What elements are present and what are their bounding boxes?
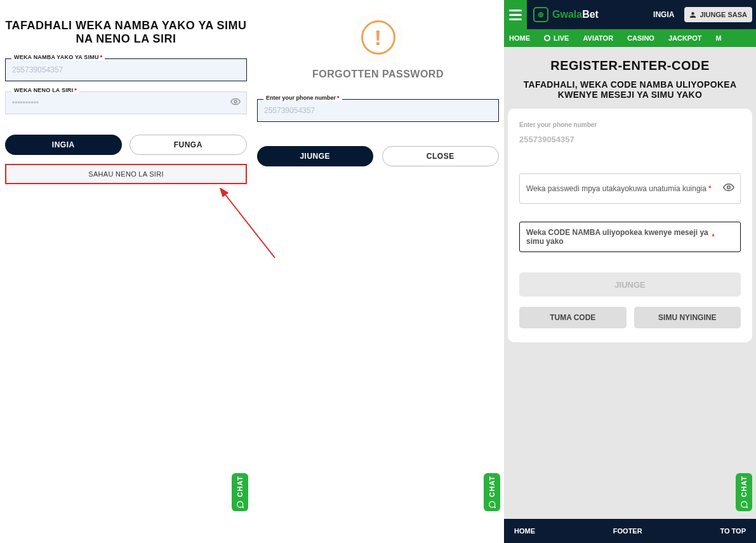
eye-icon[interactable] [230, 97, 241, 109]
nav-more[interactable]: M [715, 34, 721, 42]
brand-bet: Bet [582, 9, 599, 20]
nav-live-label: LIVE [554, 34, 569, 42]
live-dot-icon [544, 35, 550, 41]
chat-label: CHAT [740, 476, 748, 497]
new-password-placeholder: Weka passwedi mpya utakayokuwa unatumia … [526, 184, 706, 193]
app-header: ⊕ GwalaBet INGIA JIUNGE SASA [504, 0, 756, 29]
chat-label: CHAT [236, 476, 244, 497]
required-asterisk: * [337, 95, 340, 101]
forgot-password-title: FORGOTTEN PASSWORD [257, 69, 499, 80]
footer-footer[interactable]: FOOTER [613, 527, 642, 535]
nav-home[interactable]: HOME [509, 34, 530, 42]
header-login-link[interactable]: INGIA [653, 10, 674, 19]
phone-field-label: WEKA NAMBA YAKO YA SIMU* [11, 54, 105, 60]
send-code-button[interactable]: TUMA CODE [519, 307, 627, 328]
forgot-button-row: JIUNGE CLOSE [257, 146, 499, 166]
password-field-label: WEKA NENO LA SIRI* [11, 87, 79, 93]
required-asterisk: * [708, 184, 712, 193]
password-label-text: WEKA NENO LA SIRI [14, 87, 73, 93]
menu-button[interactable] [504, 0, 527, 29]
brand-logo-wrap[interactable]: ⊕ GwalaBet [533, 7, 599, 22]
chat-icon [236, 500, 244, 509]
warning-icon: ! [361, 20, 395, 55]
required-asterisk: * [100, 54, 103, 60]
nav-aviator[interactable]: AVIATOR [583, 34, 613, 42]
chat-button[interactable]: CHAT [484, 473, 500, 511]
svg-point-0 [234, 100, 237, 103]
new-password-field: Weka passwedi mpya utakayokuwa unatumia … [519, 173, 741, 204]
chat-icon [740, 500, 748, 509]
user-icon [689, 11, 696, 18]
register-subtitle: TAFADHALI, WEKA CODE NAMBA ULIYOPOKEA KW… [507, 79, 753, 100]
register-body: REGISTER-ENTER-CODE TAFADHALI, WEKA CODE… [504, 47, 756, 519]
nav-jackpot[interactable]: JACKPOT [668, 34, 702, 42]
login-button-row: INGIA FUNGA [5, 135, 247, 155]
phone-label-text: Enter your phone number [266, 95, 336, 101]
new-password-input[interactable]: Weka passwedi mpya utakayokuwa unatumia … [519, 173, 741, 204]
code-placeholder: Weka CODE NAMBA uliyopokea kwenye meseji… [526, 228, 710, 246]
password-input[interactable] [5, 91, 247, 114]
phone-value: 255739054357 [519, 131, 741, 156]
brand-mark-icon: ⊕ [533, 7, 548, 22]
bottom-nav: HOME FOOTER TO TOP [504, 519, 756, 543]
register-join-button[interactable]: JIUNGE [519, 272, 741, 297]
phone-field-label: Enter your phone number* [263, 95, 342, 101]
code-field: Weka CODE NAMBA uliyopokea kwenye meseji… [519, 222, 741, 252]
close-button[interactable]: FUNGA [129, 135, 248, 155]
required-asterisk: * [712, 232, 715, 241]
another-phone-button[interactable]: SIMU NYINGINE [634, 307, 741, 328]
footer-to-top[interactable]: TO TOP [720, 527, 746, 535]
nav-live[interactable]: LIVE [544, 34, 569, 42]
phone-label: Enter your phone number [519, 121, 741, 128]
footer-home[interactable]: HOME [514, 527, 535, 535]
phone-input[interactable] [5, 58, 247, 81]
svg-point-2 [727, 186, 731, 189]
login-title: TAFADHALI WEKA NAMBA YAKO YA SIMU NA NEN… [5, 19, 247, 46]
chat-button[interactable]: CHAT [736, 473, 752, 511]
register-title: REGISTER-ENTER-CODE [507, 58, 753, 73]
warning-badge: ! [354, 13, 403, 62]
main-nav: HOME LIVE AVIATOR CASINO JACKPOT M [504, 29, 756, 47]
eye-icon[interactable] [723, 182, 734, 196]
header-join-label: JIUNGE SASA [700, 11, 747, 18]
password-field-wrap: WEKA NENO LA SIRI* [5, 91, 247, 114]
chat-button[interactable]: CHAT [232, 473, 248, 511]
join-button[interactable]: JIUNGE [257, 146, 373, 166]
register-card: Enter your phone number 255739054357 Wek… [508, 109, 752, 342]
brand-text: GwalaBet [552, 9, 599, 20]
phone-field-wrap: Enter your phone number* [257, 99, 499, 122]
login-button[interactable]: INGIA [5, 135, 122, 155]
forgot-password-panel: ! FORGOTTEN PASSWORD Enter your phone nu… [252, 0, 504, 543]
register-secondary-row: TUMA CODE SIMU NYINGINE [519, 307, 741, 328]
register-enter-code-panel: ⊕ GwalaBet INGIA JIUNGE SASA HOME LIVE A… [504, 0, 756, 543]
close-button[interactable]: CLOSE [382, 146, 500, 166]
phone-field-wrap: WEKA NAMBA YAKO YA SIMU* [5, 58, 247, 81]
forgot-password-button[interactable]: SAHAU NENO LA SIRI [5, 164, 247, 184]
chat-icon [488, 500, 496, 509]
chat-label: CHAT [488, 476, 496, 497]
code-input[interactable]: Weka CODE NAMBA uliyopokea kwenye meseji… [519, 222, 741, 252]
phone-label-text: WEKA NAMBA YAKO YA SIMU [14, 54, 99, 60]
brand-gwala: Gwala [552, 9, 582, 20]
header-join-button[interactable]: JIUNGE SASA [684, 7, 752, 22]
nav-casino[interactable]: CASINO [627, 34, 654, 42]
phone-input[interactable] [257, 99, 499, 122]
required-asterisk: * [74, 87, 77, 93]
login-panel: TAFADHALI WEKA NAMBA YAKO YA SIMU NA NEN… [0, 0, 252, 543]
